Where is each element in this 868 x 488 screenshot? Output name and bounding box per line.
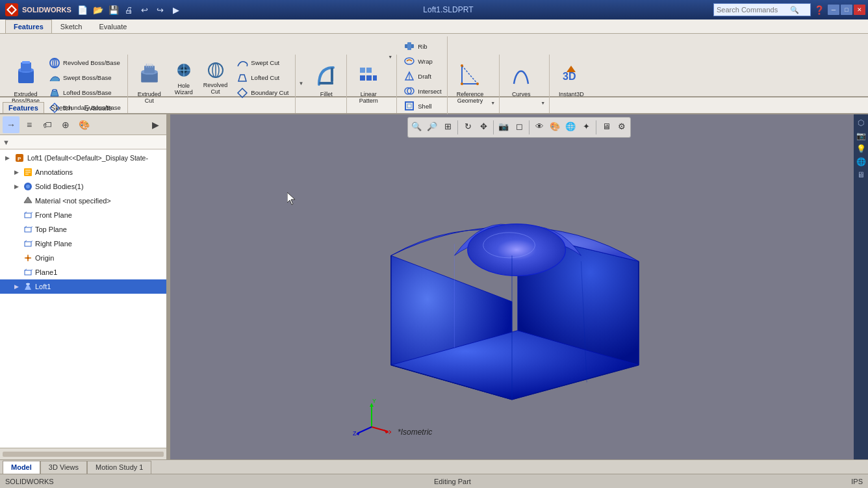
hole-wizard-button[interactable]: HoleWizard xyxy=(171,56,197,99)
tree-item-annotations[interactable]: ▶ Annotations xyxy=(0,165,166,179)
view-standard-views[interactable]: 📷 xyxy=(496,119,511,133)
print-button[interactable]: 🖨 xyxy=(122,3,136,17)
rib-button[interactable]: Rib xyxy=(401,39,444,53)
instant3d-button[interactable]: 3D Instant3D xyxy=(555,55,588,101)
tree-item-right-plane[interactable]: ▶ Right Plane xyxy=(0,237,166,251)
view-pan[interactable]: ✥ xyxy=(476,119,491,133)
open-button[interactable]: 📂 xyxy=(91,3,105,17)
boundary-cut-button[interactable]: Boundary Cut xyxy=(234,86,291,100)
view-zoom-fit[interactable]: ⊞ xyxy=(440,119,455,133)
tree-item-loft1[interactable]: ▶ Loft1 xyxy=(0,279,166,294)
tree-root-item[interactable]: ▶ P Loft1 (Default<<Default>_Display Sta… xyxy=(0,151,166,165)
rp-lights[interactable]: 💡 xyxy=(855,143,867,155)
intersect-button[interactable]: Intersect xyxy=(401,84,444,98)
rib-icon xyxy=(403,40,415,52)
minimize-button[interactable]: ─ xyxy=(828,5,839,15)
svg-point-73 xyxy=(27,257,29,259)
status-right: IPS xyxy=(851,478,863,485)
tab-sketch[interactable]: Sketch xyxy=(52,19,91,33)
axis-indicator: Y X Z xyxy=(352,398,391,437)
swept-boss-button[interactable]: Swept Boss/Base xyxy=(46,71,123,85)
panel-scrollbar[interactable] xyxy=(0,448,166,459)
draft-button[interactable]: Draft xyxy=(401,69,444,83)
view-separator-2 xyxy=(493,120,494,135)
view-rotate[interactable]: ↻ xyxy=(461,119,475,133)
redo-button[interactable]: ↪ xyxy=(153,3,168,17)
extruded-cut-button[interactable]: ExtrudedCut xyxy=(133,55,166,108)
swept-cut-button[interactable]: Swept Cut xyxy=(234,56,291,70)
tree-item-front-plane[interactable]: ▶ Front Plane xyxy=(0,208,166,222)
view-hide-show[interactable]: 👁 xyxy=(532,119,546,133)
cut-group: ExtrudedCut HoleWizard xyxy=(129,55,296,113)
tree-item-plane1[interactable]: ▶ Plane1 xyxy=(0,265,166,279)
maximize-button[interactable]: □ xyxy=(841,5,852,15)
3d-views-tab[interactable]: 3D Views xyxy=(40,461,87,474)
wrap-button[interactable]: Wrap xyxy=(401,54,444,68)
linear-pattern-button[interactable]: LinearPattern xyxy=(352,55,385,108)
close-button[interactable]: ✕ xyxy=(854,5,865,15)
extruded-boss-base-button[interactable]: ExtrudedBoss/Base xyxy=(8,55,44,108)
search-box: 🔍 xyxy=(713,3,811,16)
swept-boss-icon xyxy=(49,72,60,84)
search-input[interactable] xyxy=(717,6,788,14)
view-display-style[interactable]: ◻ xyxy=(512,119,526,133)
view-edit-appearance[interactable]: 🎨 xyxy=(548,119,562,133)
rp-view-cube[interactable]: ⬡ xyxy=(855,117,867,129)
view-zoom-in[interactable]: 🔍 xyxy=(409,119,424,133)
tree-item-solid-bodies[interactable]: ▶ Solid Bodies(1) xyxy=(0,179,166,194)
lofted-cut-button[interactable]: Lofted Cut xyxy=(234,71,291,85)
undo-button[interactable]: ↩ xyxy=(138,3,152,17)
feature-tree[interactable]: ▶ P Loft1 (Default<<Default>_Display Sta… xyxy=(0,149,166,448)
rp-scene[interactable]: 🌐 xyxy=(855,156,867,168)
curves-label: Curves xyxy=(512,91,531,98)
panel-color-btn[interactable]: 🎨 xyxy=(75,116,92,133)
reference-geometry-button[interactable]: ReferenceGeometry xyxy=(453,55,488,108)
cut-group-dropdown[interactable]: ▼ xyxy=(298,81,303,86)
linear-pattern-dropdown[interactable]: ▼ xyxy=(388,55,392,59)
evaluate-tab[interactable]: Evaluate xyxy=(79,103,118,113)
panel-crosshair-btn[interactable]: ⊕ xyxy=(57,116,74,133)
svg-text:Y: Y xyxy=(372,398,376,404)
lofted-boss-button[interactable]: Lofted Boss/Base xyxy=(46,86,123,100)
reference-geometry-dropdown[interactable]: ▼ xyxy=(491,101,495,105)
save-button[interactable]: 💾 xyxy=(107,3,121,17)
svg-rect-34 xyxy=(407,42,411,50)
revolved-boss-button[interactable]: Revolved Boss/Base xyxy=(46,56,123,70)
motion-study-tab[interactable]: Motion Study 1 xyxy=(87,461,151,474)
help-button[interactable]: ❓ xyxy=(812,3,826,17)
boundary-cut-label: Boundary Cut xyxy=(251,89,288,96)
view-realview[interactable]: ✦ xyxy=(579,119,593,133)
view-display-settings[interactable]: 🖥 xyxy=(599,119,613,133)
panel-expand-btn[interactable]: ▶ xyxy=(147,116,164,133)
tab-features[interactable]: Features xyxy=(5,19,52,33)
svg-line-67 xyxy=(31,226,32,227)
draft-icon xyxy=(403,70,415,82)
panel-list-btn[interactable]: ≡ xyxy=(21,116,38,133)
tab-evaluate[interactable]: Evaluate xyxy=(91,19,136,33)
viewport[interactable]: 🔍 🔎 ⊞ ↻ ✥ 📷 ◻ 👁 🎨 🌐 ✦ 🖥 ⚙ xyxy=(170,114,868,459)
view-separator-3 xyxy=(529,120,530,135)
rp-camera[interactable]: 📷 xyxy=(855,130,867,142)
view-options[interactable]: ⚙ xyxy=(615,119,629,133)
panel-tag-btn[interactable]: 🏷 xyxy=(39,116,56,133)
tree-item-top-plane[interactable]: ▶ Top Plane xyxy=(0,222,166,237)
curves-button[interactable]: Curves xyxy=(505,55,537,101)
tree-item-material[interactable]: ▶ Material <not specified> xyxy=(0,194,166,208)
model-tab[interactable]: Model xyxy=(3,461,40,474)
options-button[interactable]: ▶ xyxy=(169,3,183,17)
tree-item-origin[interactable]: ▶ Origin xyxy=(0,251,166,265)
view-zoom-area[interactable]: 🔎 xyxy=(425,119,439,133)
revolved-cut-button[interactable]: RevolvedCut xyxy=(199,56,232,99)
new-button[interactable]: 📄 xyxy=(75,3,90,17)
view-apply-scene[interactable]: 🌐 xyxy=(563,119,578,133)
intersect-label: Intersect xyxy=(418,88,441,95)
shell-button[interactable]: Shell xyxy=(401,99,444,113)
svg-point-60 xyxy=(26,185,30,188)
features-tab[interactable]: Features xyxy=(3,102,44,113)
origin-icon xyxy=(23,253,32,263)
sketch-tab[interactable]: Sketch xyxy=(45,103,78,113)
rp-display[interactable]: 🖥 xyxy=(855,169,867,181)
curves-dropdown[interactable]: ▼ xyxy=(541,101,545,105)
panel-arrow-btn[interactable]: → xyxy=(3,116,19,133)
fillet-button[interactable]: Fillet xyxy=(310,55,342,101)
